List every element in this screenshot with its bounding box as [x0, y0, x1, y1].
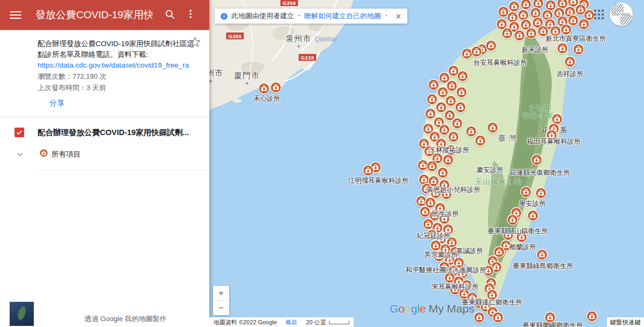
city-label: 州市 [209, 68, 223, 78]
city-dot [209, 79, 213, 83]
clinic-marker[interactable] [362, 165, 374, 176]
sidebar-footer: 透過 Google 我的地圖製作 [0, 301, 209, 327]
clinic-marker[interactable] [471, 46, 482, 57]
clinic-label: 臺東縣關山鎮衛生所 [488, 227, 548, 236]
last-published: 上次發布時間：3 天前 [38, 82, 199, 93]
clinic-marker[interactable] [525, 27, 537, 39]
city-label: 臺灣 [498, 133, 518, 144]
keyboard-shortcuts-button[interactable]: 鍵盤快速鍵 [607, 317, 644, 327]
clinic-marker[interactable] [451, 117, 463, 129]
clinic-label: 里安診所 [519, 199, 546, 209]
made-with-label: 透過 Google 我的地圖製作 [0, 314, 209, 324]
clinic-marker[interactable] [270, 81, 282, 93]
road-shield: G228 [298, 54, 317, 62]
scale-bar [329, 321, 349, 324]
city-label: 泉州市 [286, 34, 311, 44]
clinic-marker[interactable] [564, 56, 576, 68]
map-overlays: 玉山國家公園太魯閣國家公園G356G355G228Qianhai泉州市廈門市州市… [209, 0, 644, 327]
clinic-marker[interactable] [485, 40, 497, 51]
user-map-banner: 此地圖由使用者建立 ・ 瞭解如何建立自己的地圖 ・ [215, 9, 407, 24]
clinic-label: 吳宗慶診所 [425, 250, 458, 259]
clinic-marker[interactable] [507, 214, 518, 226]
clinic-marker[interactable] [514, 29, 525, 41]
clinic-label: 和平醫療社團法人進興診所 [406, 266, 486, 275]
city-dot [297, 44, 301, 48]
park-label: 國家公園 [523, 112, 554, 121]
clinic-label: 吉祥診所 [557, 70, 583, 79]
google-apps-grid-icon[interactable] [594, 9, 604, 22]
clinic-label: 紀冠廷診所 [417, 232, 451, 241]
clinic-marker[interactable] [573, 43, 584, 55]
water-label: Qianhai [314, 35, 336, 43]
clinic-label: 二林蹤祐診所 [429, 146, 470, 155]
clinic-marker[interactable] [473, 311, 485, 323]
map-canvas[interactable]: 玉山國家公園太魯閣國家公園G356G355G228Qianhai泉州市廈門市州市… [209, 0, 644, 327]
clinic-marker[interactable] [535, 187, 547, 199]
clinic-label: 福田耳鼻喉科診所 [527, 137, 581, 146]
clinic-label: 花蓮縣光復鄉衛生所 [510, 168, 570, 177]
clinic-marker[interactable] [426, 160, 438, 172]
city-dot [245, 81, 249, 85]
clinic-label: 禾心診所 [253, 94, 280, 103]
clinic-marker[interactable] [258, 83, 270, 94]
terms-link[interactable]: 條款 [286, 318, 297, 326]
google-logo-letter: o [398, 302, 405, 315]
banner-dot: ・ [383, 11, 390, 21]
chevron-down-icon[interactable] [16, 151, 24, 160]
clinic-label: 台安耳鼻喉科診所 [473, 58, 527, 68]
banner-learn-link[interactable]: 瞭解如何建立自己的地圖 [304, 11, 381, 21]
clinic-label: 臺東縣綠島鄉衛生所 [513, 262, 574, 271]
clinic-marker[interactable] [487, 122, 499, 133]
hamburger-menu-icon[interactable] [10, 9, 21, 21]
scale-label: 20 公里 [306, 318, 326, 326]
layer-section: 配合辦理發放公費COVID-19家用快篩試劑... 所有項目 [0, 117, 209, 171]
close-icon[interactable] [395, 13, 402, 20]
clinic-marker[interactable] [527, 210, 539, 221]
clinic-marker[interactable] [448, 131, 459, 143]
clinic-marker[interactable] [578, 18, 590, 30]
partial-place-label: 系 [560, 126, 567, 135]
view-count: 瀏覽次數：772,190 次 [38, 71, 199, 82]
search-icon[interactable] [164, 9, 176, 23]
layer-checkbox[interactable] [14, 128, 24, 137]
clinic-marker[interactable] [442, 154, 454, 166]
banner-text: 此地圖由使用者建立 [231, 11, 294, 21]
clinic-label: 嘉誠診所 [456, 247, 483, 256]
park-label: 玉山國家公園 [475, 177, 522, 187]
clinic-marker[interactable] [465, 125, 477, 137]
clinic-marker[interactable] [557, 42, 568, 54]
clinic-marker[interactable] [520, 186, 532, 198]
city-label: 廈門市 [234, 71, 260, 81]
my-maps-label: My Maps [429, 302, 474, 315]
google-my-maps-app: 發放公費COVID-19家用快... 配合辦理發放公費COVID-19家用快篩試… [0, 0, 644, 327]
clinic-label: 江明儒耳鼻喉科診所 [348, 176, 409, 185]
clinic-marker[interactable] [501, 27, 513, 39]
star-icon[interactable] [189, 36, 201, 50]
clinic-label: 慶安診所 [477, 166, 503, 175]
clinic-marker[interactable] [457, 70, 469, 82]
data-download-link[interactable]: https://data.cdc.gov.tw/dataset/covid19_… [38, 60, 200, 71]
clinic-marker[interactable] [586, 310, 598, 322]
clinic-marker[interactable] [456, 86, 467, 98]
google-logo-letter: e [420, 302, 426, 315]
share-button[interactable]: 分享 [49, 99, 64, 108]
map-attribution: 地圖資料 ©2022 Google 條款 20 公里 [209, 317, 354, 327]
clinic-marker[interactable] [455, 101, 466, 113]
clinic-label: 黃思超小兒科診所 [427, 185, 480, 195]
clinic-label: 民生診所 [432, 210, 459, 219]
zoom-control: + − [213, 286, 229, 315]
zoom-in-button[interactable]: + [213, 286, 229, 301]
google-logo-letter: o [405, 302, 411, 315]
google-logo: Google [390, 302, 426, 315]
all-items-label[interactable]: 所有項目 [52, 150, 80, 159]
clinic-label: 臺東縣蘭嶼鄉衛生所 [523, 321, 583, 327]
zoom-out-button[interactable]: − [213, 301, 229, 315]
layer-title[interactable]: 配合辦理發放公費COVID-19家用快篩試劑... [38, 128, 201, 138]
clinic-marker[interactable] [536, 249, 548, 261]
more-options-icon[interactable] [185, 8, 196, 22]
clinic-marker[interactable] [531, 154, 543, 166]
medical-marker-icon [39, 148, 48, 158]
avatar[interactable]: cherubim [610, 3, 633, 26]
clinic-marker[interactable] [492, 311, 504, 323]
divider [35, 170, 209, 171]
